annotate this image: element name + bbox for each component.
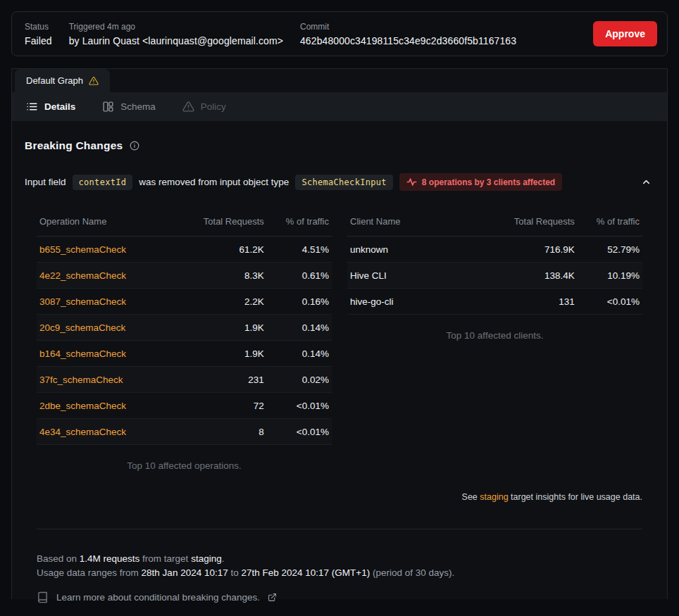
operation-requests-cell: 61.2K xyxy=(178,237,267,263)
commit-column: Commit 462b48000c34198115c34e9c2d3660f5b… xyxy=(300,22,516,46)
operations-table: Operation Name Total Requests % of traff… xyxy=(37,210,332,445)
usage-summary-line1: Based on 1.4M requests from target stagi… xyxy=(37,552,642,566)
operation-row: b164_schemaCheck 1.9K 0.14% xyxy=(37,341,332,367)
operation-link[interactable]: 20c9_schemaCheck xyxy=(39,322,125,333)
operation-requests-cell: 8.3K xyxy=(178,263,267,289)
operations-header-requests: Total Requests xyxy=(178,210,267,237)
operation-link[interactable]: 2dbe_schemaCheck xyxy=(39,401,126,411)
based-suffix: . xyxy=(222,553,225,564)
affected-operations-badge[interactable]: 8 operations by 3 clients affected xyxy=(399,173,562,191)
operation-row: b655_schemaCheck 61.2K 4.51% xyxy=(37,237,332,263)
clients-header-traffic: % of traffic xyxy=(578,210,642,237)
status-label: Status xyxy=(25,22,52,32)
target-name: staging xyxy=(191,553,222,564)
from-target-text: from target xyxy=(139,553,191,564)
date-to: 27th Feb 2024 10:17 (GMT+1) xyxy=(241,567,370,578)
operation-requests-cell: 1.9K xyxy=(178,341,267,367)
insights-suffix: target insights for live usage data. xyxy=(509,492,642,502)
requests-count: 1.4M requests xyxy=(80,553,140,564)
triggered-label: Triggered 4m ago xyxy=(69,22,283,32)
operation-link[interactable]: b655_schemaCheck xyxy=(39,244,126,255)
collapse-chevron-up-icon[interactable] xyxy=(638,174,654,190)
client-requests-cell: 131 xyxy=(489,289,578,315)
operation-name-cell: b655_schemaCheck xyxy=(37,237,178,263)
operation-requests-cell: 72 xyxy=(178,393,267,419)
graph-tab-row: Default Graph xyxy=(12,69,667,92)
field-code-badge: contextId xyxy=(73,175,133,190)
change-middle: was removed from input object type xyxy=(139,177,289,187)
operation-link[interactable]: 37fc_schemaCheck xyxy=(39,375,123,385)
warning-icon xyxy=(89,76,99,86)
status-value: Failed xyxy=(25,35,52,46)
tab-policy-label: Policy xyxy=(201,101,226,112)
client-name-cell: unknown xyxy=(347,237,489,263)
operation-name-cell: 20c9_schemaCheck xyxy=(37,315,178,341)
tab-schema[interactable]: Schema xyxy=(102,101,156,113)
operation-link[interactable]: 4e34_schemaCheck xyxy=(39,427,126,437)
operations-header-traffic: % of traffic xyxy=(267,210,332,237)
tab-schema-label: Schema xyxy=(120,101,156,112)
client-name-cell: hive-go-cli xyxy=(347,289,489,315)
external-link-icon xyxy=(268,593,277,602)
breaking-changes-title: Breaking Changes xyxy=(25,139,123,152)
insights-prefix: See xyxy=(462,492,480,502)
schema-check-panel: Default Graph Details xyxy=(11,68,668,599)
approve-button[interactable]: Approve xyxy=(593,21,657,46)
period-prefix: Usage data ranges from xyxy=(37,567,142,578)
triggered-by: by Laurin Quast <laurinquast@googlemail.… xyxy=(69,35,283,46)
clients-table-container: Client Name Total Requests % of traffic … xyxy=(347,210,642,471)
warning-icon xyxy=(182,101,194,113)
check-summary-card: Status Failed Triggered 4m ago by Laurin… xyxy=(11,11,668,56)
learn-more-link[interactable]: Learn more about conditional breaking ch… xyxy=(25,591,654,603)
operation-name-cell: 37fc_schemaCheck xyxy=(37,367,178,393)
operation-link[interactable]: 4e22_schemaCheck xyxy=(39,270,126,281)
usage-tables: Operation Name Total Requests % of traff… xyxy=(25,210,654,471)
pulse-icon xyxy=(406,177,417,187)
operation-traffic-cell: 0.14% xyxy=(267,341,332,367)
clients-header-requests: Total Requests xyxy=(489,210,578,237)
staging-target-link[interactable]: staging xyxy=(480,492,508,502)
schema-icon xyxy=(102,101,114,113)
tab-policy[interactable]: Policy xyxy=(182,101,226,113)
operation-name-cell: b164_schemaCheck xyxy=(37,341,178,367)
client-traffic-cell: 52.79% xyxy=(578,237,642,263)
operation-traffic-cell: <0.01% xyxy=(267,419,332,445)
operation-row: 4e22_schemaCheck 8.3K 0.61% xyxy=(37,263,332,289)
info-icon[interactable] xyxy=(130,141,139,151)
operations-table-header-row: Operation Name Total Requests % of traff… xyxy=(37,210,332,237)
tab-details[interactable]: Details xyxy=(26,101,75,113)
tab-details-label: Details xyxy=(44,101,75,112)
clients-caption: Top 10 affected clients. xyxy=(347,330,642,341)
operations-header-name: Operation Name xyxy=(37,210,178,237)
list-icon xyxy=(26,101,38,113)
operation-row: 20c9_schemaCheck 1.9K 0.14% xyxy=(37,315,332,341)
tab-default-graph[interactable]: Default Graph xyxy=(15,69,110,92)
change-prefix: Input field xyxy=(25,177,66,187)
operation-row: 4e34_schemaCheck 8 <0.01% xyxy=(37,419,332,445)
breaking-changes-header: Breaking Changes xyxy=(25,139,654,152)
operation-requests-cell: 1.9K xyxy=(178,315,267,341)
triggered-column: Triggered 4m ago by Laurin Quast <laurin… xyxy=(69,22,283,46)
breaking-change-row: Input field contextId was removed from i… xyxy=(25,173,654,191)
commit-hash: 462b48000c34198115c34e9c2d3660f5b1167163 xyxy=(300,35,516,46)
operation-requests-cell: 231 xyxy=(178,367,267,393)
operation-name-cell: 3087_schemaCheck xyxy=(37,289,178,315)
commit-label: Commit xyxy=(300,22,516,32)
operations-caption: Top 10 affected operations. xyxy=(37,460,332,471)
operation-link[interactable]: 3087_schemaCheck xyxy=(39,296,126,307)
operation-traffic-cell: 0.14% xyxy=(267,315,332,341)
clients-table-header-row: Client Name Total Requests % of traffic xyxy=(347,210,642,237)
usage-summary-line2: Usage data ranges from 28th Jan 2024 10:… xyxy=(37,566,642,580)
learn-more-label: Learn more about conditional breaking ch… xyxy=(56,592,260,603)
operation-requests-cell: 2.2K xyxy=(178,289,267,315)
operation-traffic-cell: <0.01% xyxy=(267,393,332,419)
operation-link[interactable]: b164_schemaCheck xyxy=(39,348,126,359)
operation-traffic-cell: 0.16% xyxy=(267,289,332,315)
insights-note: See staging target insights for live usa… xyxy=(25,492,654,502)
operation-traffic-cell: 0.61% xyxy=(267,263,332,289)
operation-row: 37fc_schemaCheck 231 0.02% xyxy=(37,367,332,393)
client-row: Hive CLI 138.4K 10.19% xyxy=(347,263,642,289)
based-prefix: Based on xyxy=(37,553,80,564)
date-from: 28th Jan 2024 10:17 xyxy=(142,567,228,578)
book-icon xyxy=(37,591,49,603)
